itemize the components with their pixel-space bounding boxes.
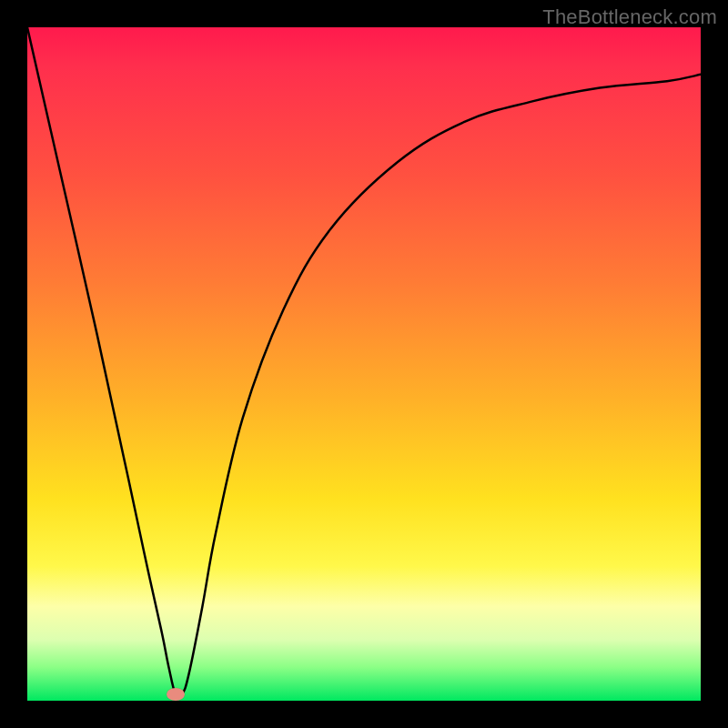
plot-area [27, 27, 701, 701]
watermark-text: TheBottleneck.com [542, 5, 717, 29]
chart-frame: TheBottleneck.com [0, 0, 728, 728]
optimum-marker [167, 688, 185, 701]
bottleneck-curve [27, 27, 701, 697]
curve-svg [27, 27, 701, 701]
